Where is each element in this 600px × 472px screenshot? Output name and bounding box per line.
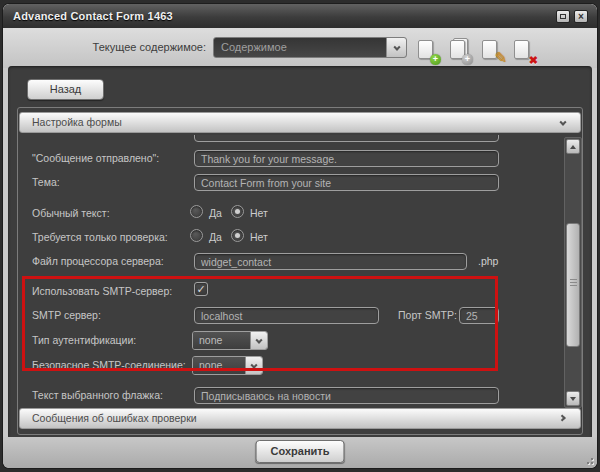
verification-only-radio-yes-label[interactable]: Да: [209, 231, 222, 243]
page-icon: [514, 40, 529, 59]
plain-text-radio-yes-label[interactable]: Да: [209, 207, 222, 219]
current-content-label: Текущее содержимое:: [61, 41, 206, 53]
section-title: Сообщения об ошибках проверки: [32, 409, 197, 428]
scrollbar-thumb[interactable]: [566, 223, 580, 347]
verification-only-label: Требуется только проверка:: [32, 231, 168, 243]
pencil-icon: ✎: [494, 49, 507, 67]
secure-smtp-label: Безопасное SMTP-соединение:: [32, 359, 186, 371]
content-panel: Настройка формы "Сообщение отправлено": …: [17, 107, 583, 435]
restore-icon: [560, 14, 566, 19]
section-header-validation-errors[interactable]: Сообщения об ошибках проверки: [19, 408, 581, 429]
use-smtp-label: Использовать SMTP-сервер:: [32, 285, 172, 297]
secure-smtp-value: none: [193, 357, 245, 374]
message-sent-label: "Сообщение отправлено":: [32, 152, 159, 164]
plain-text-radio-no-label[interactable]: Нет: [250, 207, 268, 219]
php-suffix-label: .php: [478, 255, 498, 267]
scroll-up-button[interactable]: [566, 139, 580, 154]
secure-smtp-dropdown[interactable]: none: [192, 356, 263, 375]
plus-icon: +: [430, 54, 441, 65]
plain-text-label: Обычный текст:: [32, 207, 110, 219]
vertical-scrollbar[interactable]: [564, 137, 582, 408]
current-content-dropdown[interactable]: Содержимое: [213, 37, 407, 58]
verification-only-radio-no-label[interactable]: Нет: [250, 231, 268, 243]
subject-label: Тема:: [32, 176, 60, 188]
processor-file-input[interactable]: [194, 253, 467, 270]
window-title: Advanced Contact Form 1463: [13, 4, 173, 28]
section-title: Настройка формы: [32, 113, 122, 132]
use-smtp-checkbox[interactable]: ✓: [194, 282, 208, 296]
title-bar[interactable]: Advanced Contact Form 1463 ×: [3, 4, 597, 28]
chevron-down-icon: [250, 361, 257, 368]
back-button[interactable]: Назад: [27, 79, 104, 100]
form-scroll-area: "Сообщение отправлено": Тема: Обычный те…: [19, 135, 565, 407]
arrow-down-icon: [570, 397, 576, 401]
scroll-down-button[interactable]: [566, 391, 580, 406]
checkbox-text-label: Текст выбранного флажка:: [32, 389, 163, 401]
dialog-window: Advanced Contact Form 1463 × Текущее сод…: [3, 4, 597, 468]
current-content-value: Содержимое: [214, 38, 386, 57]
processor-file-label: Файл процессора сервера:: [32, 255, 164, 267]
smtp-port-label: Порт SMTP:: [398, 309, 457, 321]
checkbox-text-input[interactable]: [194, 387, 499, 404]
smtp-server-input[interactable]: [194, 307, 379, 324]
verification-only-radio-no[interactable]: [231, 229, 244, 242]
smtp-port-input[interactable]: [459, 307, 499, 324]
app-window: Advanced Contact Form 1463 × Текущее сод…: [0, 0, 600, 472]
chevron-down-icon: [559, 118, 566, 125]
dropdown-arrow-button[interactable]: [245, 357, 262, 374]
section-header-form-settings[interactable]: Настройка формы: [19, 112, 581, 133]
dropdown-arrow-button[interactable]: [386, 38, 406, 57]
save-button[interactable]: Сохранить: [256, 440, 345, 463]
auth-type-value: none: [193, 332, 250, 349]
main-panel: Назад Настройка формы "Сообщение отправл…: [8, 66, 592, 440]
resize-grip[interactable]: [583, 454, 593, 464]
chevron-down-icon: [255, 336, 262, 343]
footer-bar: Сохранить: [3, 437, 597, 468]
toolbar: Текущее содержимое: Содержимое + + ✎ ✖: [3, 28, 597, 68]
add-content-button[interactable]: +: [415, 39, 441, 65]
clipped-input[interactable]: [194, 135, 499, 142]
copy-content-button[interactable]: +: [447, 39, 473, 65]
restore-window-button[interactable]: [556, 10, 570, 23]
auth-type-dropdown[interactable]: none: [192, 331, 268, 350]
verification-only-radio-yes[interactable]: [190, 229, 203, 242]
chevron-down-icon: [393, 43, 400, 50]
plain-text-radio-no[interactable]: [231, 205, 244, 218]
subject-input[interactable]: [194, 174, 499, 191]
plain-text-radio-yes[interactable]: [190, 205, 203, 218]
message-sent-input[interactable]: [194, 150, 499, 167]
smtp-server-label: SMTP сервер:: [32, 309, 101, 321]
delete-content-button[interactable]: ✖: [511, 39, 537, 65]
arrow-up-icon: [570, 145, 576, 149]
dropdown-arrow-button[interactable]: [250, 332, 267, 349]
plus-icon: +: [462, 54, 473, 65]
edit-content-button[interactable]: ✎: [479, 39, 505, 65]
close-window-button[interactable]: ×: [574, 10, 588, 23]
chevron-right-icon: [559, 414, 566, 421]
auth-type-label: Тип аутентификации:: [32, 334, 136, 346]
